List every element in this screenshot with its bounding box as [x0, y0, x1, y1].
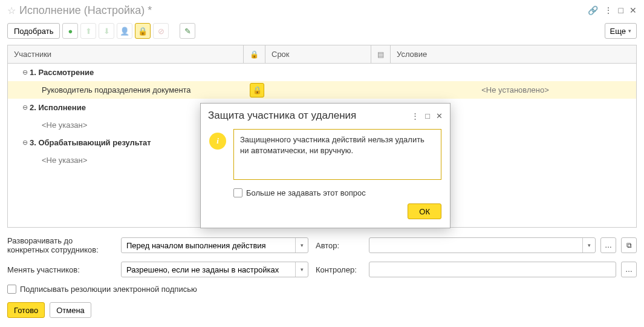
- controller-input[interactable]: [369, 262, 616, 277]
- chevron-down-icon[interactable]: ▾: [582, 238, 595, 253]
- arrow-down-icon: ⬇: [103, 27, 110, 36]
- link-icon[interactable]: 🔗: [588, 5, 598, 15]
- expand-combo[interactable]: ▾: [121, 237, 308, 253]
- col-deadline[interactable]: Срок: [265, 45, 371, 63]
- ready-button[interactable]: Готово: [7, 302, 45, 318]
- lock-icon: 🔒: [250, 50, 259, 59]
- close-icon[interactable]: ✕: [436, 111, 443, 121]
- col-participants[interactable]: Участники: [8, 45, 244, 63]
- page-title: Исполнение (Настройка) *: [19, 4, 588, 17]
- change-input[interactable]: [122, 262, 295, 277]
- add-button[interactable]: ●: [62, 23, 78, 39]
- tree-row-selected[interactable]: Руководитель подразделения документа 🔒 <…: [8, 81, 636, 99]
- lock-icon: 🔒: [138, 27, 148, 36]
- expand-label: Разворачивать до конкретных сотрудников:: [7, 236, 116, 254]
- author-label: Автор:: [316, 241, 364, 250]
- more-vert-icon[interactable]: ⋮: [411, 111, 419, 121]
- lock-badge: 🔒: [250, 83, 264, 97]
- plus-icon: ●: [68, 27, 73, 36]
- person-button[interactable]: 👤: [117, 23, 132, 39]
- move-down-button[interactable]: ⬇: [99, 23, 114, 39]
- ellipsis-button[interactable]: …: [600, 237, 616, 253]
- chevron-down-icon[interactable]: ▾: [295, 262, 308, 277]
- close-icon[interactable]: ✕: [629, 5, 637, 15]
- doc-icon: ▤: [377, 50, 384, 59]
- expand-input[interactable]: [122, 238, 295, 253]
- move-up-button[interactable]: ⬆: [80, 23, 96, 39]
- more-vert-icon[interactable]: ⋮: [604, 5, 613, 15]
- edit-button[interactable]: ✎: [180, 23, 195, 39]
- dialog-title: Защита участника от удаления: [208, 110, 411, 122]
- favorite-star-icon[interactable]: ☆: [7, 5, 16, 16]
- sign-checkbox[interactable]: [7, 285, 16, 294]
- condition-cell: <Не установлено>: [394, 85, 636, 94]
- pencil-icon: ✎: [184, 27, 191, 36]
- lock-button[interactable]: 🔒: [135, 23, 151, 39]
- more-button[interactable]: Еще ▾: [605, 23, 637, 39]
- lock-icon: 🔒: [253, 86, 262, 94]
- change-label: Менять участников:: [7, 265, 116, 274]
- sign-checkbox-label: Подписывать резолюции электронной подпис…: [20, 285, 197, 294]
- collapse-icon[interactable]: ⊖: [20, 104, 30, 111]
- col-lock: 🔒: [244, 45, 265, 63]
- window-restore-icon[interactable]: □: [425, 111, 430, 121]
- controller-label: Контролер:: [316, 265, 364, 274]
- dont-ask-label: Больше не задавать этот вопрос: [246, 188, 366, 197]
- col-condition[interactable]: Условие: [391, 45, 636, 63]
- change-combo[interactable]: ▾: [121, 262, 308, 277]
- author-input[interactable]: [369, 238, 582, 253]
- info-icon: i: [209, 133, 226, 150]
- col-condition-icon: ▤: [371, 45, 391, 63]
- dont-ask-checkbox[interactable]: [233, 188, 242, 197]
- cancel-button[interactable]: Отмена: [50, 302, 91, 318]
- dialog-message: Защищенного участника действий нельзя уд…: [233, 129, 441, 180]
- chevron-down-icon[interactable]: ▾: [295, 238, 308, 253]
- pick-button[interactable]: Подобрать: [7, 23, 60, 39]
- person-icon: 👤: [120, 27, 129, 36]
- collapse-icon[interactable]: ⊖: [20, 139, 30, 147]
- delete-icon: ⊘: [158, 27, 164, 36]
- author-combo[interactable]: ▾: [369, 237, 596, 253]
- collapse-icon[interactable]: ⊖: [20, 68, 30, 76]
- open-button[interactable]: ⧉: [621, 237, 637, 253]
- ok-button[interactable]: ОК: [408, 203, 441, 219]
- arrow-up-icon: ⬆: [85, 27, 92, 36]
- window-restore-icon[interactable]: □: [619, 5, 623, 15]
- delete-button[interactable]: ⊘: [153, 23, 169, 39]
- tree-group-row[interactable]: ⊖ 1. Рассмотрение: [8, 64, 636, 81]
- ellipsis-button[interactable]: …: [621, 262, 637, 277]
- protection-dialog: Защита участника от удаления ⋮ □ ✕ i Защ…: [200, 103, 450, 228]
- participant-cell: Руководитель подразделения документа: [8, 85, 244, 94]
- chevron-down-icon: ▾: [628, 28, 631, 34]
